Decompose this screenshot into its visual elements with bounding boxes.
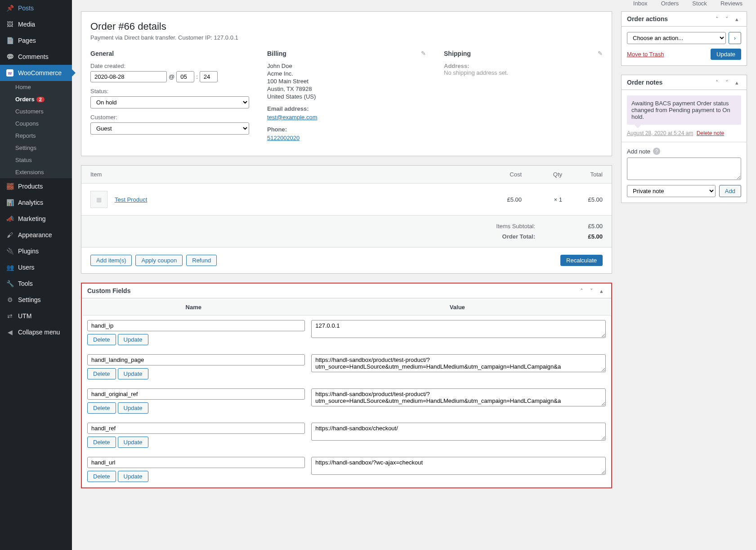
menu-item[interactable]: 📌Posts (0, 0, 72, 16)
note-textarea[interactable] (627, 158, 741, 180)
cf-name-input[interactable] (87, 354, 305, 365)
items-panel: Item Cost Qty Total ▦ Test Product £5.00… (81, 165, 612, 274)
address-line: John Doe (267, 63, 426, 69)
menu-item[interactable]: 📊Analytics (0, 194, 72, 211)
panel-up-icon[interactable]: ˄ (577, 288, 586, 294)
cf-name-input[interactable] (87, 423, 305, 434)
action-select[interactable]: Choose an action... (627, 32, 726, 44)
menu-item[interactable]: 👥Users (0, 259, 72, 275)
cf-value-textarea[interactable]: 127.0.0.1 (311, 320, 606, 338)
menu-item[interactable]: 💬Comments (0, 49, 72, 65)
email-link[interactable]: test@example.com (267, 114, 317, 121)
menu-label: Analytics (18, 199, 43, 206)
menu-item[interactable]: 📄Pages (0, 32, 72, 49)
cf-value-textarea[interactable]: https://handl-sandbox/checkout/ (311, 423, 606, 441)
panel-toggle-icon[interactable]: ▴ (732, 79, 741, 86)
hour-input[interactable] (176, 71, 194, 82)
cf-update-button[interactable]: Update (118, 334, 148, 345)
menu-item[interactable]: ◀Collapse menu (0, 324, 72, 340)
cf-update-button[interactable]: Update (118, 368, 148, 379)
panel-down-icon[interactable]: ˅ (587, 288, 596, 294)
tab-reviews[interactable]: Reviews (720, 0, 743, 7)
cf-value-textarea[interactable]: https://handl-sandbox/product/test-produ… (311, 388, 606, 406)
email-label: Email address: (267, 105, 426, 112)
cf-title: Custom Fields (87, 287, 130, 294)
panel-down-icon[interactable]: ˅ (722, 16, 731, 23)
cf-update-button[interactable]: Update (118, 402, 148, 414)
panel-up-icon[interactable]: ˄ (712, 79, 721, 86)
submenu-item[interactable]: Status (0, 154, 72, 166)
menu-item[interactable]: 🔧Tools (0, 275, 72, 292)
menu-item[interactable]: ⇄UTM (0, 308, 72, 324)
add-note-label: Add note (627, 148, 650, 155)
menu-icon: ⚙ (5, 295, 14, 304)
menu-icon: 📌 (5, 4, 14, 13)
help-icon[interactable]: ? (653, 148, 660, 155)
menu-label: UTM (18, 312, 31, 320)
cf-name-input[interactable] (87, 457, 305, 468)
tab-inbox[interactable]: Inbox (633, 0, 648, 7)
submenu-item[interactable]: Orders2 (0, 93, 72, 105)
col-total: Total (562, 171, 603, 178)
order-details-panel: Order #66 details Payment via Direct ban… (81, 11, 612, 156)
panel-toggle-icon[interactable]: ▴ (732, 16, 741, 23)
menu-item[interactable]: ⚙Settings (0, 292, 72, 308)
woocommerce-icon: W (5, 68, 14, 77)
cf-name-input[interactable] (87, 388, 305, 400)
submenu-item[interactable]: Settings (0, 142, 72, 154)
note-type-select[interactable]: Private note (627, 185, 716, 197)
add-items-button[interactable]: Add item(s) (90, 255, 132, 266)
delete-note-link[interactable]: Delete note (697, 130, 724, 136)
menu-item[interactable]: 🖼Media (0, 16, 72, 32)
custom-field-row: Delete Update https://handl-sandbox/chec… (83, 418, 610, 452)
recalculate-button[interactable]: Recalculate (560, 255, 603, 266)
custom-fields-panel: Custom Fields ˄ ˅ ▴ Name Value (81, 283, 612, 488)
submenu-item[interactable]: Extensions (0, 166, 72, 178)
add-note-button[interactable]: Add (719, 185, 741, 197)
apply-coupon-button[interactable]: Apply coupon (135, 255, 183, 266)
minute-input[interactable] (200, 71, 218, 82)
action-go-button[interactable]: › (729, 32, 741, 44)
cf-delete-button[interactable]: Delete (87, 368, 116, 379)
menu-item[interactable]: 🔌Plugins (0, 243, 72, 259)
submenu-item[interactable]: Coupons (0, 117, 72, 130)
customer-select[interactable]: Guest (90, 122, 249, 135)
submenu-item[interactable]: Customers (0, 105, 72, 117)
menu-item[interactable]: 🖌Appearance (0, 227, 72, 243)
edit-shipping-icon[interactable]: ✎ (598, 50, 603, 57)
item-thumb: ▦ (90, 191, 107, 208)
tab-stock[interactable]: Stock (692, 0, 707, 7)
edit-billing-icon[interactable]: ✎ (421, 50, 426, 57)
cf-delete-button[interactable]: Delete (87, 402, 116, 414)
panel-down-icon[interactable]: ˅ (722, 79, 731, 86)
cf-delete-button[interactable]: Delete (87, 437, 116, 448)
submenu-item[interactable]: Reports (0, 130, 72, 142)
phone-link[interactable]: 5122002020 (267, 135, 300, 141)
cf-delete-button[interactable]: Delete (87, 471, 116, 482)
tab-orders[interactable]: Orders (661, 0, 679, 7)
cf-delete-button[interactable]: Delete (87, 334, 116, 345)
admin-sidebar: 📌Posts🖼Media📄Pages💬Comments W WooCommerc… (0, 0, 72, 550)
refund-button[interactable]: Refund (186, 255, 217, 266)
menu-woocommerce[interactable]: W WooCommerce (0, 65, 72, 81)
cf-name-input[interactable] (87, 320, 305, 331)
menu-label: WooCommerce (18, 69, 62, 77)
item-link[interactable]: Test Product (115, 196, 147, 203)
cf-value-header: Value (304, 299, 610, 315)
submenu-item[interactable]: Home (0, 81, 72, 93)
cf-value-textarea[interactable]: https://handl-sandbox/?wc-ajax=checkout (311, 457, 606, 475)
date-input[interactable] (90, 71, 167, 82)
menu-item[interactable]: 📣Marketing (0, 211, 72, 227)
trash-link[interactable]: Move to Trash (627, 51, 664, 58)
cf-value-textarea[interactable]: https://handl-sandbox/product/test-produ… (311, 354, 606, 372)
item-total: £5.00 (562, 196, 603, 203)
cf-update-button[interactable]: Update (118, 437, 148, 448)
status-select[interactable]: On hold (90, 96, 249, 108)
panel-up-icon[interactable]: ˄ (712, 16, 721, 23)
col-item: Item (90, 171, 481, 178)
menu-item[interactable]: 🧱Products (0, 178, 72, 194)
menu-icon: 📊 (5, 198, 14, 207)
update-button[interactable]: Update (711, 49, 741, 60)
panel-toggle-icon[interactable]: ▴ (597, 288, 606, 294)
cf-update-button[interactable]: Update (118, 471, 148, 482)
